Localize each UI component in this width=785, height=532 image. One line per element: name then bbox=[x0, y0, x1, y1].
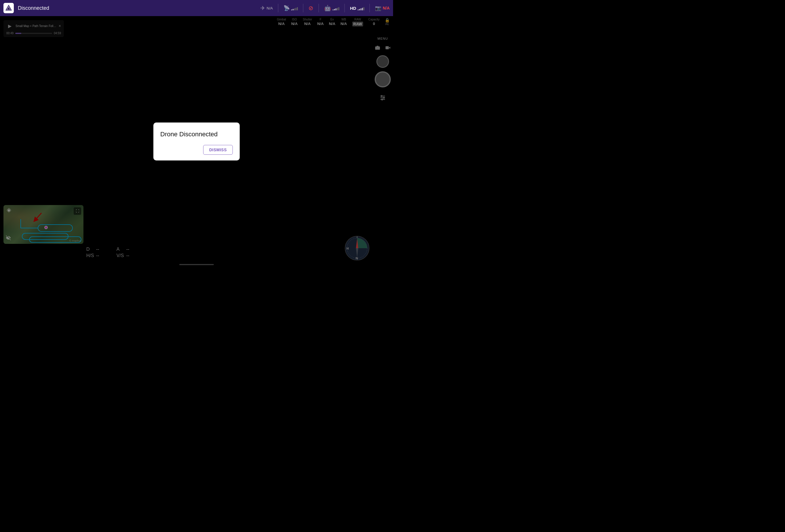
robot-icon: 🤖 bbox=[324, 5, 331, 11]
drone-status: N/A bbox=[267, 6, 273, 10]
hd-bar-4 bbox=[362, 8, 363, 10]
battery-warning-icon: ⊘ bbox=[308, 5, 313, 11]
hd-bar-1 bbox=[358, 9, 358, 10]
robot-bar-3 bbox=[335, 8, 336, 10]
hd-signal-bars bbox=[358, 6, 364, 10]
robot-signal-bars bbox=[333, 6, 339, 10]
hd-group: HD bbox=[350, 6, 364, 11]
app-logo[interactable] bbox=[3, 3, 14, 13]
signal-bar-1 bbox=[291, 9, 292, 10]
robot-group: 🤖 bbox=[324, 5, 339, 11]
signal-group: 📡 bbox=[283, 5, 298, 11]
divider-5 bbox=[370, 4, 370, 12]
signal-bar-3 bbox=[294, 8, 295, 10]
signal-bar-5 bbox=[297, 7, 298, 10]
hd-label: HD bbox=[350, 6, 356, 11]
robot-bar-2 bbox=[334, 9, 335, 10]
connection-status: Disconnected bbox=[18, 5, 260, 11]
divider-3 bbox=[319, 4, 319, 12]
signal-bars bbox=[291, 6, 298, 10]
robot-bar-4 bbox=[337, 8, 338, 10]
modal-title: Drone Disconnected bbox=[160, 131, 233, 138]
topbar: Disconnected ✈ N/A 📡 ⊘ 🤖 bbox=[0, 0, 393, 16]
signal-bar-2 bbox=[293, 9, 294, 10]
divider-2 bbox=[303, 4, 303, 12]
divider-1 bbox=[278, 4, 278, 12]
hd-bar-3 bbox=[360, 8, 361, 10]
disconnected-modal: Drone Disconnected DISMISS bbox=[153, 123, 240, 160]
battery-group: ⊘ bbox=[308, 5, 313, 11]
signal-bar-4 bbox=[296, 8, 296, 10]
robot-bar-1 bbox=[333, 9, 333, 10]
main-area: Drone Disconnected DISMISS bbox=[0, 16, 393, 267]
hd-bar-5 bbox=[363, 7, 364, 10]
drone-status-group: ✈ N/A bbox=[260, 5, 273, 11]
modal-overlay: Drone Disconnected DISMISS bbox=[0, 16, 393, 267]
camera-icon: 📷 bbox=[375, 5, 381, 11]
divider-4 bbox=[345, 4, 345, 12]
hd-bar-2 bbox=[359, 9, 360, 10]
topbar-right: ✈ N/A 📡 ⊘ 🤖 bbox=[260, 4, 389, 12]
signal-icon: 📡 bbox=[283, 5, 290, 11]
camera-na-group: 📷 N/A bbox=[375, 5, 389, 11]
dismiss-button[interactable]: DISMISS bbox=[203, 145, 233, 155]
drone-icon: ✈ bbox=[260, 5, 265, 11]
modal-actions: DISMISS bbox=[160, 145, 233, 155]
camera-status: N/A bbox=[383, 6, 389, 10]
robot-bar-5 bbox=[338, 7, 339, 10]
